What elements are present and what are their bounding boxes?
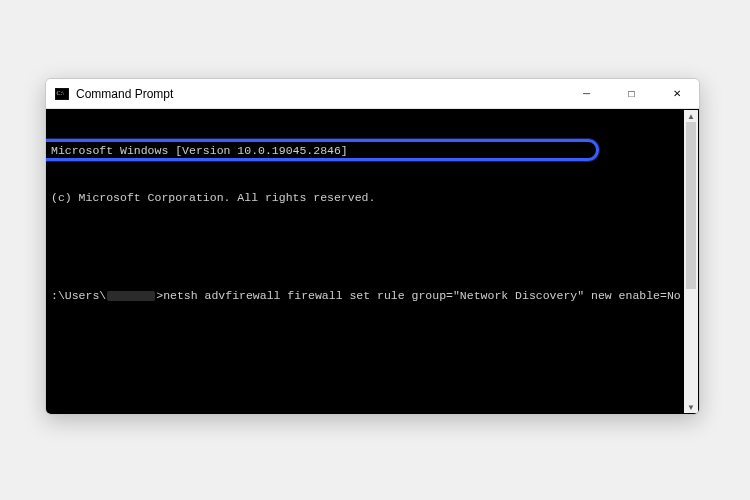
window-controls: ─ □ ✕ [564,79,699,108]
command-prompt-window: C:\ Command Prompt ─ □ ✕ Microsoft Windo… [45,78,700,415]
version-line: Microsoft Windows [Version 10.0.19045.28… [51,143,694,159]
terminal-output[interactable]: Microsoft Windows [Version 10.0.19045.28… [46,109,699,414]
close-button[interactable]: ✕ [654,79,699,108]
redacted-username [107,291,155,301]
command-line[interactable]: :\Users\>netsh advfirewall firewall set … [51,288,694,304]
blank-line [51,236,694,252]
copyright-line: (c) Microsoft Corporation. All rights re… [51,190,694,206]
command-text: netsh advfirewall firewall set rule grou… [163,288,681,304]
prompt-prefix: :\Users\ [51,288,106,304]
scroll-down-arrow[interactable]: ▼ [684,401,698,413]
scroll-thumb[interactable] [686,122,696,289]
maximize-button[interactable]: □ [609,79,654,108]
window-title: Command Prompt [76,87,564,101]
scroll-up-arrow[interactable]: ▲ [684,110,698,122]
vertical-scrollbar[interactable]: ▲ ▼ [684,110,698,413]
minimize-button[interactable]: ─ [564,79,609,108]
prompt-suffix: > [156,288,163,304]
svg-text:C:\: C:\ [57,90,65,96]
titlebar[interactable]: C:\ Command Prompt ─ □ ✕ [46,79,699,109]
terminal-icon: C:\ [54,86,70,102]
